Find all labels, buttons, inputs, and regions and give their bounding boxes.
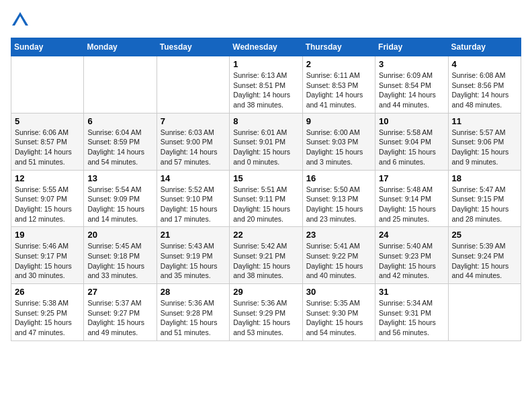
calendar-day-cell: 10Sunrise: 5:58 AM Sunset: 9:04 PM Dayli… <box>375 113 448 170</box>
day-number: 12 <box>15 173 80 183</box>
day-number: 18 <box>452 173 517 183</box>
day-info: Sunrise: 5:35 AM Sunset: 9:30 PM Dayligh… <box>306 298 371 338</box>
calendar-day-cell: 17Sunrise: 5:48 AM Sunset: 9:14 PM Dayli… <box>375 170 448 227</box>
calendar-day-cell: 23Sunrise: 5:41 AM Sunset: 9:22 PM Dayli… <box>302 227 375 284</box>
day-number: 23 <box>306 230 371 240</box>
day-number: 6 <box>87 116 152 126</box>
calendar-day-cell: 2Sunrise: 6:11 AM Sunset: 8:53 PM Daylig… <box>302 56 375 113</box>
day-info: Sunrise: 5:48 AM Sunset: 9:14 PM Dayligh… <box>379 185 444 224</box>
calendar-day-cell <box>157 56 229 113</box>
calendar-day-cell: 19Sunrise: 5:46 AM Sunset: 9:17 PM Dayli… <box>11 227 84 284</box>
weekday-header: Monday <box>84 38 157 56</box>
day-number: 21 <box>161 230 226 240</box>
day-number: 20 <box>87 230 152 240</box>
calendar-day-cell: 16Sunrise: 5:50 AM Sunset: 9:13 PM Dayli… <box>302 170 375 227</box>
day-number: 14 <box>161 173 226 183</box>
calendar-day-cell: 11Sunrise: 5:57 AM Sunset: 9:06 PM Dayli… <box>448 113 521 170</box>
calendar-week-row: 12Sunrise: 5:55 AM Sunset: 9:07 PM Dayli… <box>11 170 521 227</box>
day-info: Sunrise: 5:43 AM Sunset: 9:19 PM Dayligh… <box>161 241 226 281</box>
day-number: 7 <box>161 116 226 126</box>
day-info: Sunrise: 5:46 AM Sunset: 9:17 PM Dayligh… <box>15 241 80 281</box>
day-info: Sunrise: 5:36 AM Sunset: 9:28 PM Dayligh… <box>161 298 226 338</box>
day-number: 2 <box>306 59 371 69</box>
calendar-week-row: 26Sunrise: 5:38 AM Sunset: 9:25 PM Dayli… <box>11 284 521 341</box>
calendar-day-cell: 24Sunrise: 5:40 AM Sunset: 9:23 PM Dayli… <box>375 227 448 284</box>
day-number: 26 <box>15 287 80 297</box>
logo-icon <box>11 11 30 30</box>
day-info: Sunrise: 5:36 AM Sunset: 9:29 PM Dayligh… <box>233 298 298 338</box>
day-number: 30 <box>306 287 371 297</box>
day-info: Sunrise: 6:03 AM Sunset: 9:00 PM Dayligh… <box>161 128 226 167</box>
day-number: 9 <box>306 116 371 126</box>
day-number: 15 <box>233 173 298 183</box>
calendar-header-row: SundayMondayTuesdayWednesdayThursdayFrid… <box>11 38 521 56</box>
day-info: Sunrise: 5:55 AM Sunset: 9:07 PM Dayligh… <box>15 185 80 224</box>
weekday-header: Saturday <box>448 38 521 56</box>
day-info: Sunrise: 6:13 AM Sunset: 8:51 PM Dayligh… <box>233 71 298 110</box>
calendar-day-cell: 14Sunrise: 5:52 AM Sunset: 9:10 PM Dayli… <box>157 170 229 227</box>
day-number: 19 <box>15 230 80 240</box>
logo <box>11 11 31 30</box>
weekday-header: Thursday <box>302 38 375 56</box>
calendar-day-cell: 3Sunrise: 6:09 AM Sunset: 8:54 PM Daylig… <box>375 56 448 113</box>
day-info: Sunrise: 6:00 AM Sunset: 9:03 PM Dayligh… <box>306 128 371 167</box>
calendar-week-row: 5Sunrise: 6:06 AM Sunset: 8:57 PM Daylig… <box>11 113 521 170</box>
calendar-day-cell <box>84 56 157 113</box>
calendar-day-cell: 28Sunrise: 5:36 AM Sunset: 9:28 PM Dayli… <box>157 284 229 341</box>
day-number: 1 <box>233 59 298 69</box>
day-info: Sunrise: 5:40 AM Sunset: 9:23 PM Dayligh… <box>379 241 444 281</box>
day-info: Sunrise: 6:08 AM Sunset: 8:56 PM Dayligh… <box>452 71 517 110</box>
day-number: 8 <box>233 116 298 126</box>
calendar-day-cell: 30Sunrise: 5:35 AM Sunset: 9:30 PM Dayli… <box>302 284 375 341</box>
day-number: 24 <box>379 230 444 240</box>
day-number: 17 <box>379 173 444 183</box>
day-number: 31 <box>379 287 444 297</box>
day-number: 10 <box>379 116 444 126</box>
day-info: Sunrise: 5:52 AM Sunset: 9:10 PM Dayligh… <box>161 185 226 224</box>
calendar-day-cell: 8Sunrise: 6:01 AM Sunset: 9:01 PM Daylig… <box>230 113 302 170</box>
day-info: Sunrise: 5:58 AM Sunset: 9:04 PM Dayligh… <box>379 128 444 167</box>
day-info: Sunrise: 5:37 AM Sunset: 9:27 PM Dayligh… <box>87 298 152 338</box>
calendar-day-cell: 29Sunrise: 5:36 AM Sunset: 9:29 PM Dayli… <box>230 284 302 341</box>
day-info: Sunrise: 5:51 AM Sunset: 9:11 PM Dayligh… <box>233 185 298 224</box>
day-info: Sunrise: 5:47 AM Sunset: 9:15 PM Dayligh… <box>452 185 517 224</box>
calendar-day-cell: 31Sunrise: 5:34 AM Sunset: 9:31 PM Dayli… <box>375 284 448 341</box>
day-number: 3 <box>379 59 444 69</box>
weekday-header: Sunday <box>11 38 84 56</box>
page-header <box>11 11 521 30</box>
calendar-day-cell: 12Sunrise: 5:55 AM Sunset: 9:07 PM Dayli… <box>11 170 84 227</box>
day-info: Sunrise: 6:11 AM Sunset: 8:53 PM Dayligh… <box>306 71 371 110</box>
calendar-day-cell <box>11 56 84 113</box>
calendar: SundayMondayTuesdayWednesdayThursdayFrid… <box>11 38 521 341</box>
calendar-day-cell: 13Sunrise: 5:54 AM Sunset: 9:09 PM Dayli… <box>84 170 157 227</box>
weekday-header: Friday <box>375 38 448 56</box>
calendar-day-cell: 21Sunrise: 5:43 AM Sunset: 9:19 PM Dayli… <box>157 227 229 284</box>
day-info: Sunrise: 5:42 AM Sunset: 9:21 PM Dayligh… <box>233 241 298 281</box>
day-info: Sunrise: 5:34 AM Sunset: 9:31 PM Dayligh… <box>379 298 444 338</box>
day-number: 16 <box>306 173 371 183</box>
day-number: 13 <box>87 173 152 183</box>
day-info: Sunrise: 6:09 AM Sunset: 8:54 PM Dayligh… <box>379 71 444 110</box>
calendar-day-cell: 1Sunrise: 6:13 AM Sunset: 8:51 PM Daylig… <box>230 56 302 113</box>
day-info: Sunrise: 6:01 AM Sunset: 9:01 PM Dayligh… <box>233 128 298 167</box>
calendar-day-cell: 5Sunrise: 6:06 AM Sunset: 8:57 PM Daylig… <box>11 113 84 170</box>
day-info: Sunrise: 5:54 AM Sunset: 9:09 PM Dayligh… <box>87 185 152 224</box>
weekday-header: Wednesday <box>230 38 302 56</box>
calendar-day-cell: 27Sunrise: 5:37 AM Sunset: 9:27 PM Dayli… <box>84 284 157 341</box>
day-number: 29 <box>233 287 298 297</box>
calendar-day-cell: 15Sunrise: 5:51 AM Sunset: 9:11 PM Dayli… <box>230 170 302 227</box>
calendar-week-row: 1Sunrise: 6:13 AM Sunset: 8:51 PM Daylig… <box>11 56 521 113</box>
calendar-day-cell: 7Sunrise: 6:03 AM Sunset: 9:00 PM Daylig… <box>157 113 229 170</box>
calendar-day-cell <box>448 284 521 341</box>
day-info: Sunrise: 6:06 AM Sunset: 8:57 PM Dayligh… <box>15 128 80 167</box>
day-number: 27 <box>87 287 152 297</box>
calendar-day-cell: 22Sunrise: 5:42 AM Sunset: 9:21 PM Dayli… <box>230 227 302 284</box>
day-number: 5 <box>15 116 80 126</box>
day-info: Sunrise: 5:38 AM Sunset: 9:25 PM Dayligh… <box>15 298 80 338</box>
calendar-day-cell: 4Sunrise: 6:08 AM Sunset: 8:56 PM Daylig… <box>448 56 521 113</box>
day-number: 25 <box>452 230 517 240</box>
calendar-day-cell: 9Sunrise: 6:00 AM Sunset: 9:03 PM Daylig… <box>302 113 375 170</box>
calendar-day-cell: 26Sunrise: 5:38 AM Sunset: 9:25 PM Dayli… <box>11 284 84 341</box>
day-number: 22 <box>233 230 298 240</box>
calendar-day-cell: 18Sunrise: 5:47 AM Sunset: 9:15 PM Dayli… <box>448 170 521 227</box>
